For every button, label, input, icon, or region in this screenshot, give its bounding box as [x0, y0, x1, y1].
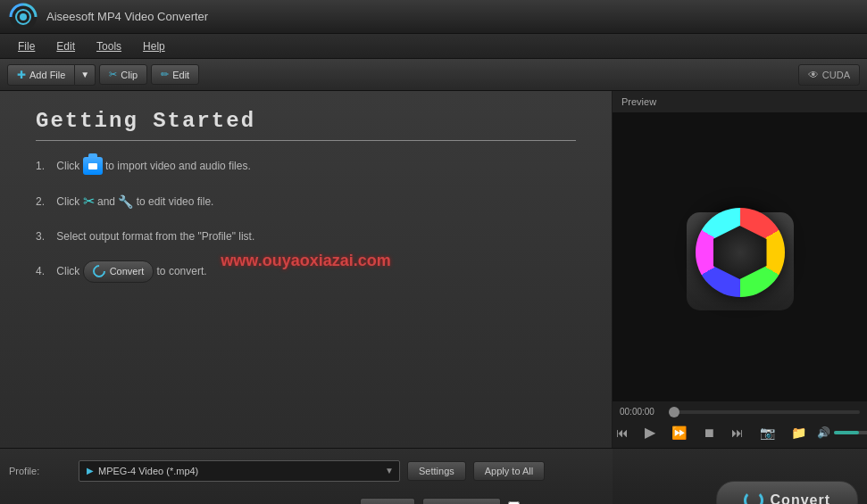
skip-forward-button[interactable]: ⏭ [726, 424, 749, 442]
menu-tools[interactable]: Tools [86, 37, 132, 56]
destination-row: Destination: Browse Open Folder Merge in… [9, 489, 604, 504]
svg-point-2 [20, 13, 27, 21]
progress-thumb [669, 407, 679, 417]
svg-rect-3 [88, 163, 97, 169]
browse-button[interactable]: Browse [360, 498, 416, 505]
volume-control: 🔊 [817, 426, 868, 439]
volume-slider[interactable] [834, 431, 868, 434]
stop-button[interactable]: ⏹ [697, 424, 721, 442]
clip-label: Clip [121, 70, 138, 80]
step-4-number: 4. [36, 263, 54, 279]
bottom-right-area: Convert [613, 448, 867, 504]
transport-bar: 00:00:00 ⏮ ▶ ⏩ ⏹ ⏭ 📷 📁 🔊 [613, 401, 867, 448]
right-panel: Preview 00:00:00 ⏮ ▶ [613, 91, 867, 448]
clip-icon: ✂ [109, 69, 117, 80]
profile-type-icon: ▶ [87, 466, 94, 475]
settings-button[interactable]: Settings [407, 461, 466, 481]
convert-inline-icon: Convert [83, 260, 154, 283]
step-2: 2. Click ✂ and 🔧 to edit video file. [36, 191, 576, 212]
left-panel: Getting Started 1. Click to import video… [0, 91, 613, 448]
skip-back-button[interactable]: ⏮ [611, 424, 634, 442]
menu-edit[interactable]: Edit [46, 37, 86, 56]
title-bar: Aiseesoft MP4 Video Converter [0, 0, 867, 34]
step-1-text1: Click [54, 158, 83, 174]
apply-to-all-button[interactable]: Apply to All [473, 461, 545, 481]
time-display: 00:00:00 [620, 407, 669, 417]
menu-bar: File Edit Tools Help [0, 34, 867, 59]
edit-button[interactable]: ✏ Edit [151, 64, 199, 85]
screenshot-button[interactable]: 📷 [754, 424, 780, 442]
step-2-number: 2. [36, 194, 54, 210]
toolbar: ✚ Add File ▼ ✂ Clip ✏ Edit 👁 CUDA [0, 59, 867, 91]
step-3: 3. Select output format from the "Profil… [36, 228, 576, 244]
step-1-text2: to import video and audio files. [103, 158, 251, 174]
main-area: Getting Started 1. Click to import video… [0, 91, 867, 448]
fast-forward-button[interactable]: ⏩ [666, 424, 692, 442]
edit-icon: ✏ [161, 69, 169, 80]
convert-spin-icon [744, 491, 763, 504]
app-title: Aiseesoft MP4 Video Converter [46, 10, 208, 23]
convert-big-button[interactable]: Convert [716, 481, 858, 504]
preview-label: Preview [613, 91, 867, 113]
import-icon [83, 157, 103, 175]
clip-button[interactable]: ✂ Clip [99, 64, 147, 85]
step-4-text2: to convert. [154, 263, 206, 279]
step-2-text2: to edit video file. [133, 194, 213, 210]
preview-logo-hex [713, 226, 767, 279]
add-file-dropdown-button[interactable]: ▼ [75, 64, 96, 86]
destination-input[interactable] [79, 500, 353, 505]
bottom-container: Profile: ▶ MPEG-4 Video (*.mp4) ▼ Settin… [0, 448, 867, 504]
profile-label: Profile: [9, 466, 71, 476]
edit-label: Edit [172, 70, 189, 80]
step-3-number: 3. [36, 228, 54, 244]
bottom-left: Profile: ▶ MPEG-4 Video (*.mp4) ▼ Settin… [0, 448, 613, 504]
progress-bar[interactable] [674, 410, 860, 414]
folder-button[interactable]: 📁 [786, 424, 812, 442]
time-progress: 00:00:00 [620, 407, 860, 417]
step-2-and: and [95, 194, 119, 210]
scissors-icon: ✂ [83, 191, 95, 212]
eye-icon: 👁 [808, 69, 819, 81]
menu-file[interactable]: File [7, 37, 46, 56]
step-2-text1: Click [54, 194, 83, 210]
transport-controls: ⏮ ▶ ⏩ ⏹ ⏭ 📷 📁 🔊 [620, 422, 860, 442]
step-4-text1: Click [54, 263, 83, 279]
profile-row: Profile: ▶ MPEG-4 Video (*.mp4) ▼ Settin… [9, 452, 604, 489]
app-logo [9, 3, 38, 31]
profile-value: MPEG-4 Video (*.mp4) [98, 466, 198, 476]
volume-icon: 🔊 [817, 426, 830, 439]
getting-started-title: Getting Started [36, 109, 576, 141]
step-4: 4. Click Convert to convert. [36, 260, 576, 283]
volume-fill [834, 431, 859, 434]
wand-icon: 🔧 [118, 193, 133, 211]
preview-screen [613, 113, 867, 401]
cuda-label: CUDA [822, 70, 850, 80]
bottom-bar: Profile: ▶ MPEG-4 Video (*.mp4) ▼ Settin… [0, 448, 613, 504]
play-button[interactable]: ▶ [639, 422, 661, 442]
preview-logo [687, 203, 794, 310]
preview-logo-circle [696, 208, 785, 297]
add-file-button[interactable]: ✚ Add File [7, 64, 75, 86]
cuda-button[interactable]: 👁 CUDA [798, 64, 860, 86]
add-file-group: ✚ Add File ▼ [7, 64, 96, 86]
profile-select[interactable]: ▶ MPEG-4 Video (*.mp4) ▼ [79, 460, 400, 482]
add-file-icon: ✚ [17, 69, 26, 81]
convert-big-label: Convert [771, 492, 830, 504]
step-1: 1. Click to import video and audio files… [36, 157, 576, 175]
add-file-label: Add File [29, 70, 65, 80]
step-3-text: Select output format from the "Profile" … [54, 228, 254, 244]
open-folder-button[interactable]: Open Folder [422, 498, 500, 505]
menu-help[interactable]: Help [132, 37, 176, 56]
step-1-number: 1. [36, 158, 54, 174]
profile-dropdown-arrow: ▼ [385, 466, 394, 475]
